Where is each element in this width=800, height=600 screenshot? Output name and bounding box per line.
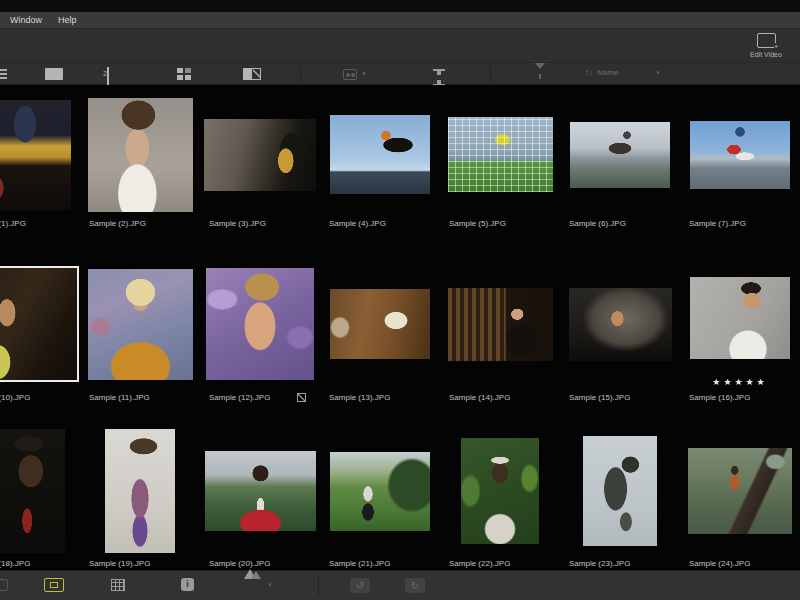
sort-label: Name — [597, 68, 618, 77]
thumbnail-cell-sample-13[interactable]: Sample (13).JPG — [320, 258, 440, 404]
rotate-left-icon[interactable]: ↺ — [350, 578, 370, 593]
thumbnail-image[interactable] — [330, 115, 430, 194]
thumbnail-cell-sample-15[interactable]: Sample (15).JPG — [560, 258, 680, 404]
thumbnail-image[interactable] — [690, 277, 790, 359]
thumbnail-image[interactable] — [330, 452, 430, 531]
thumbnail-image[interactable] — [205, 451, 316, 531]
thumbnail-image[interactable] — [330, 289, 430, 359]
thumbnail-cell-sample-12[interactable]: Sample (12).JPG — [200, 258, 320, 404]
sort-arrows-icon: ↑↓ — [585, 68, 593, 77]
thumbnail-cell-sample-4[interactable]: Sample (4).JPG — [320, 93, 440, 230]
file-name-label: Sample (11).JPG — [89, 393, 150, 402]
output-panel-icon[interactable] — [0, 579, 8, 591]
menu-item-help[interactable]: Help — [58, 15, 77, 25]
thumbnail-cell-sample-2[interactable]: Sample (2).JPG — [80, 93, 200, 230]
thumbnail-image[interactable] — [448, 117, 553, 192]
edit-video-label: Edit Video — [750, 51, 782, 58]
status-bar: i ▾ ↺ ↻ ★★★★★ — [0, 570, 800, 600]
menu-item-window[interactable]: Window — [10, 15, 42, 25]
menu-bar: Window Help — [0, 12, 800, 28]
thumbnail-grid: Sample (1).JPG Sample (2).JPG Sample (3)… — [0, 85, 800, 570]
toolbar-divider — [490, 66, 491, 83]
thumbnail-cell-sample-16[interactable]: ★★★★★ Sample (16).JPG — [680, 258, 800, 404]
bridge-app-window: { "menu_bar": { "items": ["Window", "Hel… — [0, 0, 800, 600]
edit-video-button[interactable]: + Edit Video — [744, 33, 788, 58]
file-name-label: Sample (4).JPG — [329, 219, 386, 228]
toolbar-divider — [300, 66, 301, 83]
thumbnail-lock-icon-active[interactable] — [44, 578, 64, 592]
window-top-strip — [0, 0, 800, 12]
thumbnail-image[interactable] — [88, 98, 193, 212]
thumbnail-cell-sample-18[interactable]: Sample (18).JPG — [0, 426, 80, 570]
review-mode-icon[interactable] — [243, 68, 261, 80]
file-name-label: Sample (2).JPG — [89, 219, 146, 228]
stack-icon[interactable] — [343, 69, 357, 80]
file-name-label: Sample (22).JPG — [449, 559, 510, 568]
file-name-label: Sample (12).JPG — [209, 393, 270, 402]
file-name-label: Sample (7).JPG — [689, 219, 746, 228]
file-name-label: Sample (21).JPG — [329, 559, 390, 568]
status-divider — [318, 577, 319, 595]
thumbnail-image[interactable] — [690, 121, 790, 189]
chevron-down-icon[interactable]: ▾ — [268, 581, 272, 589]
app-toolbar: + Edit Video — [0, 28, 800, 62]
file-name-label: Sample (1).JPG — [0, 219, 26, 228]
thumbnail-cell-sample-24[interactable]: Sample (24).JPG — [680, 426, 800, 570]
stack-chevron-icon[interactable]: ▾ — [362, 70, 366, 78]
edited-badge-icon — [297, 393, 306, 402]
sort-dropdown[interactable]: ↑↓ Name ▾ — [585, 68, 660, 77]
thumbnail-image[interactable] — [583, 436, 657, 546]
star-rating[interactable]: ★★★★★ — [680, 377, 800, 390]
thumbnail-image[interactable] — [0, 429, 65, 553]
view-options-bar: 2 ▾ ↑↓ Name ▾ — [0, 62, 800, 85]
thumbnail-image[interactable] — [569, 288, 672, 361]
grid-view-icon[interactable] — [177, 68, 191, 80]
file-name-label: Sample (3).JPG — [209, 219, 266, 228]
list-view-icon[interactable] — [0, 68, 7, 80]
thumbnail-image[interactable] — [570, 122, 670, 188]
thumbnail-image[interactable] — [448, 288, 553, 361]
thumbnail-cell-sample-7[interactable]: Sample (7).JPG — [680, 93, 800, 230]
two-up-view-icon[interactable]: 2 — [107, 67, 109, 86]
file-name-label: Sample (24).JPG — [689, 559, 750, 568]
thumbnail-cell-sample-6[interactable]: Sample (6).JPG — [560, 93, 680, 230]
thumbnail-view-icon[interactable] — [45, 68, 63, 80]
metadata-info-icon[interactable]: i — [181, 578, 194, 591]
thumbnail-image-selected[interactable] — [0, 266, 79, 382]
thumbnail-image[interactable] — [461, 438, 539, 544]
thumbnail-cell-sample-19[interactable]: Sample (19).JPG — [80, 426, 200, 570]
thumbnail-cell-sample-14[interactable]: Sample (14).JPG — [440, 258, 560, 404]
rotate-right-icon[interactable]: ↻ — [405, 578, 425, 593]
file-name-label: Sample (10).JPG — [0, 393, 30, 402]
file-name-label: Sample (20).JPG — [209, 559, 270, 568]
thumbnail-cell-sample-20[interactable]: Sample (20).JPG — [200, 426, 320, 570]
file-name-label: Sample (16).JPG — [689, 393, 750, 402]
file-name-label: Sample (13).JPG — [329, 393, 390, 402]
thumbnail-image[interactable] — [204, 119, 316, 191]
thumbnail-cell-sample-21[interactable]: Sample (21).JPG — [320, 426, 440, 570]
thumbnail-image[interactable] — [688, 448, 792, 534]
file-name-label: Sample (19).JPG — [89, 559, 150, 568]
thumbnail-image[interactable] — [206, 268, 314, 380]
file-name-label: Sample (15).JPG — [569, 393, 630, 402]
thumbnail-cell-sample-11[interactable]: Sample (11).JPG — [80, 258, 200, 404]
thumbnail-cell-sample-5[interactable]: Sample (5).JPG — [440, 93, 560, 230]
thumbnail-image[interactable] — [88, 269, 193, 380]
grid-lock-icon[interactable] — [111, 579, 125, 591]
edit-video-icon: + — [757, 33, 776, 48]
file-name-label: Sample (18).JPG — [0, 559, 30, 568]
thumbnail-cell-sample-22[interactable]: Sample (22).JPG — [440, 426, 560, 570]
thumbnail-image[interactable] — [0, 100, 71, 210]
thumbnail-cell-sample-10-selected[interactable]: Sample (10).JPG — [0, 258, 80, 404]
thumbnail-cell-sample-23[interactable]: Sample (23).JPG — [560, 426, 680, 570]
thumbnail-cell-sample-1[interactable]: Sample (1).JPG — [0, 93, 80, 230]
file-name-label: Sample (6).JPG — [569, 219, 626, 228]
chevron-down-icon: ▾ — [656, 69, 660, 77]
file-name-label: Sample (5).JPG — [449, 219, 506, 228]
filter-funnel-icon[interactable] — [535, 69, 545, 86]
file-name-label: Sample (14).JPG — [449, 393, 510, 402]
thumbnail-cell-sample-3[interactable]: Sample (3).JPG — [200, 93, 320, 230]
thumbnail-image[interactable] — [105, 429, 175, 553]
file-name-label: Sample (23).JPG — [569, 559, 630, 568]
